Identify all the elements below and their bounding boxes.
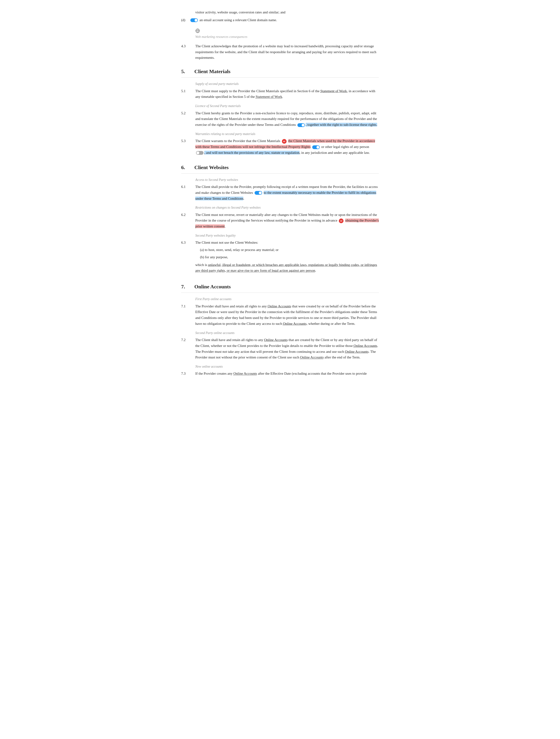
- item-d-label: (d): [181, 17, 190, 23]
- clause-6-3-item-b: (b) for any purpose,: [200, 254, 379, 260]
- toggle-email[interactable]: [190, 18, 198, 22]
- toggle-5-3a[interactable]: [312, 145, 320, 149]
- toggle-6-1[interactable]: [255, 191, 262, 195]
- clause-7-1: 7.1 The Provider shall have and retain a…: [181, 303, 379, 327]
- clause-6-3: 6.3 The Client must not use the Client W…: [181, 240, 379, 275]
- section-6-number: 6.: [181, 163, 190, 171]
- clause-5-3-number: 5.3: [181, 138, 195, 155]
- clause-5-2: 5.2 The Client hereby grants to the Prov…: [181, 110, 379, 128]
- item-d: (d) an email account using a relevant Cl…: [181, 17, 379, 23]
- clause-6-2-text: The Client must not reverse, revert or m…: [195, 212, 379, 229]
- clause-5-1: 5.1 The Client must supply to the Provid…: [181, 88, 379, 100]
- clause-6-3-conclusion: which is unlawful, illegal or fraudulent…: [195, 262, 379, 274]
- subsection-second-party-heading: Second Party online accounts: [181, 330, 379, 336]
- section-6: 6. Client Websites Access to Second Part…: [181, 163, 379, 275]
- clause-7-2-text: The Client shall have and retain all rig…: [195, 337, 379, 360]
- globe-icon: [195, 28, 200, 33]
- clause-7-1-number: 7.1: [181, 303, 195, 327]
- subsection-licence-heading: Licence of Second Party materials: [181, 104, 379, 109]
- section-7-title: Online Accounts: [194, 283, 231, 291]
- subsection-access-heading: Access to Second Party websites: [181, 177, 379, 182]
- section-6-header: 6. Client Websites: [181, 163, 379, 174]
- subsection-supply-heading: Supply of second party materials: [181, 82, 379, 87]
- section-7-header: 7. Online Accounts: [181, 283, 379, 293]
- clause-6-3-number: 6.3: [181, 240, 195, 275]
- section-7: 7. Online Accounts First Party online ac…: [181, 283, 379, 377]
- section-5-number: 5.: [181, 67, 190, 76]
- clause-6-3-intro: The Client must not use the Client Websi…: [195, 240, 379, 246]
- clause-4-3: 4.3 The Client acknowledges that the pro…: [181, 43, 379, 61]
- section-5: 5. Client Materials Supply of second par…: [181, 67, 379, 155]
- clause-6-2: 6.2 The Client must not reverse, revert …: [181, 212, 379, 229]
- item-d-text: an email account using a relevant Client…: [190, 17, 277, 23]
- clause-6-1-text: The Client shall provide to the Provider…: [195, 184, 379, 201]
- clause-7-3: 7.3 If the Provider creates any Online A…: [181, 371, 379, 377]
- or-badge-6-2: or: [339, 218, 343, 223]
- clause-5-2-text: The Client hereby grants to the Provider…: [195, 110, 379, 128]
- section-7-number: 7.: [181, 283, 190, 291]
- subsection-warranties-heading: Warranties relating to second party mate…: [181, 132, 379, 137]
- clause-6-1: 6.1 The Client shall provide to the Prov…: [181, 184, 379, 201]
- visitor-activity-line: visitor activity, website usage, convers…: [181, 9, 379, 15]
- clause-7-1-text: The Provider shall have and retain all r…: [195, 303, 379, 327]
- globe-icon-container: [195, 28, 379, 33]
- clause-5-1-text: The Client must supply to the Provider t…: [195, 88, 379, 100]
- clause-6-2-number: 6.2: [181, 212, 195, 229]
- clause-5-1-number: 5.1: [181, 88, 195, 100]
- toggle-5-2[interactable]: [297, 123, 305, 127]
- clause-7-3-text: If the Provider creates any Online Accou…: [195, 371, 379, 377]
- clause-4-3-number: 4.3: [181, 43, 195, 61]
- clause-5-3: 5.3 The Client warrants to the Provider …: [181, 138, 379, 155]
- toggle-5-3b[interactable]: [196, 151, 203, 155]
- subsection-new-online-heading: New online accounts: [181, 364, 379, 369]
- web-marketing-heading: Web marketing resources consequences: [195, 34, 379, 39]
- clause-5-2-number: 5.2: [181, 110, 195, 128]
- clause-7-2-number: 7.2: [181, 337, 195, 360]
- section-5-title: Client Materials: [194, 67, 230, 76]
- subsection-restrictions-heading: Restrictions on changes to Second Party …: [181, 205, 379, 210]
- clause-7-2: 7.2 The Client shall have and retain all…: [181, 337, 379, 360]
- web-marketing-section: Web marketing resources consequences: [181, 28, 379, 39]
- subsection-first-party-heading: First Party online accounts: [181, 297, 379, 302]
- clause-6-1-number: 6.1: [181, 184, 195, 201]
- clause-6-3-text: The Client must not use the Client Websi…: [195, 240, 379, 275]
- clause-5-3-text: The Client warrants to the Provider that…: [195, 138, 379, 155]
- section-6-title: Client Websites: [194, 163, 229, 171]
- or-badge-5-3: or: [282, 139, 287, 144]
- subsection-legality-heading: Second Party websites legality: [181, 233, 379, 238]
- section-5-header: 5. Client Materials: [181, 67, 379, 78]
- clause-6-3-item-a: (a) to host, store, send, relay or proce…: [200, 247, 379, 253]
- clause-4-3-text: The Client acknowledges that the promoti…: [195, 43, 379, 61]
- clause-7-3-number: 7.3: [181, 371, 195, 377]
- continuation-text: visitor activity, website usage, convers…: [181, 9, 379, 23]
